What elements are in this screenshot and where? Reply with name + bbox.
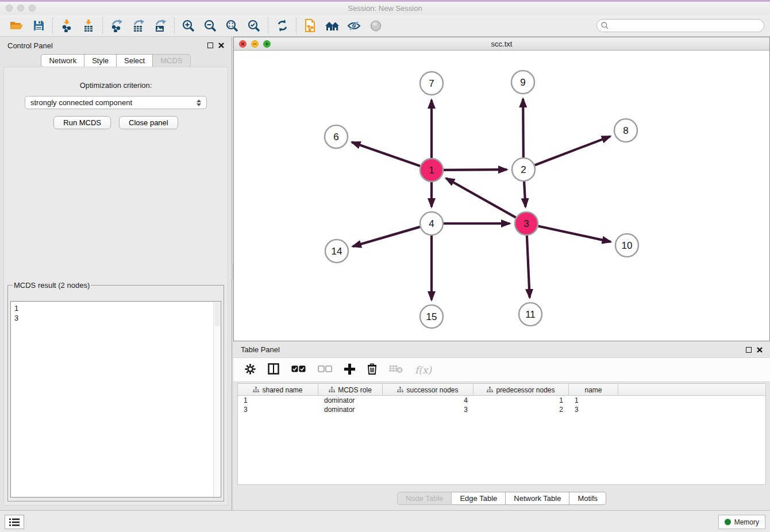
float-table-panel-icon[interactable] [746, 347, 752, 353]
tab-edge-table[interactable]: Edge Table [452, 492, 506, 505]
table-cell[interactable]: 1 [473, 396, 569, 404]
column-header-MCDS-role[interactable]: MCDS role [318, 384, 383, 396]
optimization-criterion-select[interactable]: strongly connected component [25, 96, 207, 109]
tab-node-table[interactable]: Node Table [397, 492, 452, 505]
table-cell[interactable]: dominator [318, 396, 383, 404]
zoom-selected-button[interactable] [243, 17, 265, 35]
column-header-label: successor nodes [406, 386, 458, 394]
network-graph[interactable]: 7968124314101511 [234, 51, 769, 341]
delete-table-button[interactable] [389, 364, 403, 375]
result-scrollbar[interactable] [213, 302, 221, 497]
presentation-mode-button[interactable] [365, 17, 387, 35]
graph-edge-1-6[interactable] [352, 142, 420, 167]
table-body: 1dominator4113dominator323 [238, 396, 765, 414]
network-frame-titlebar[interactable]: scc.txt [234, 37, 769, 51]
tab-network-table[interactable]: Network Table [506, 492, 569, 505]
graph-edge-3-1[interactable] [446, 178, 515, 217]
home-button[interactable] [321, 17, 343, 35]
table-cell[interactable]: 1 [569, 396, 618, 404]
network-canvas[interactable]: 7968124314101511 [234, 51, 769, 341]
tab-select[interactable]: Select [117, 54, 153, 67]
create-network-view-button[interactable] [299, 17, 321, 35]
hide-panels-button[interactable] [343, 17, 365, 35]
column-header-shared-name[interactable]: shared name [238, 384, 318, 396]
window-controls [6, 5, 36, 11]
network-maximize-button[interactable] [263, 40, 271, 48]
memory-button[interactable]: Memory [718, 515, 765, 529]
zoom-out-button[interactable] [199, 17, 221, 35]
table-row[interactable]: 3dominator323 [238, 405, 765, 414]
close-panel-button[interactable]: Close panel [119, 116, 178, 129]
table-tabs: Node TableEdge TableNetwork TableMotifs [233, 492, 770, 505]
graph-edge-2-9[interactable] [523, 99, 523, 157]
search-icon [601, 22, 609, 29]
close-table-panel-icon[interactable] [757, 347, 763, 353]
unselect-all-columns-button[interactable] [318, 365, 332, 374]
control-panel-tabs: NetworkStyleSelectMCDS [0, 54, 232, 67]
graph-node-label: 2 [521, 164, 526, 175]
import-table-icon [83, 20, 94, 32]
graph-node-label: 1 [429, 165, 434, 176]
table-cell[interactable]: 1 [238, 396, 318, 404]
export-network-button[interactable] [106, 17, 128, 35]
minimize-window-button[interactable] [17, 5, 24, 11]
table-row[interactable]: 1dominator411 [238, 396, 765, 405]
column-header-name[interactable]: name [569, 384, 618, 396]
table-cell[interactable]: 4 [383, 396, 473, 404]
select-all-columns-button[interactable] [291, 365, 306, 374]
network-minimize-button[interactable] [251, 40, 259, 48]
mcds-result-list[interactable]: 13 [10, 301, 221, 498]
result-scrollbar-thumb[interactable] [214, 302, 220, 326]
column-header-label: shared name [262, 386, 302, 394]
table-cell[interactable]: 3 [383, 406, 473, 414]
close-panel-icon[interactable] [218, 43, 224, 48]
refresh-view-button[interactable] [271, 17, 293, 35]
table-cell[interactable]: 3 [569, 406, 618, 414]
graph-edge-4-14[interactable] [353, 227, 420, 246]
import-network-button[interactable] [56, 17, 78, 35]
graph-edge-1-2[interactable] [444, 169, 507, 170]
mcds-result-line: 3 [14, 313, 217, 323]
search-input[interactable] [611, 22, 760, 30]
close-window-button[interactable] [6, 5, 13, 11]
save-session-button[interactable] [28, 17, 49, 35]
table-panel-header: Table Panel [233, 342, 770, 357]
tab-style[interactable]: Style [84, 54, 117, 67]
run-mcds-button[interactable]: Run MCDS [53, 116, 111, 129]
task-history-button[interactable] [5, 515, 24, 529]
table-cell[interactable]: dominator [318, 406, 383, 414]
graph-node-label: 6 [333, 132, 338, 142]
table-cell[interactable]: 2 [473, 406, 569, 414]
open-session-button[interactable] [6, 17, 28, 35]
zoom-window-button[interactable] [29, 5, 36, 11]
zoom-in-button[interactable] [178, 17, 199, 35]
graph-edge-3-10[interactable] [538, 226, 611, 241]
tab-mcds[interactable]: MCDS [153, 54, 190, 67]
graph-edge-3-11[interactable] [527, 236, 530, 298]
column-header-predecessor-nodes[interactable]: predecessor nodes [473, 384, 569, 396]
graph-edge-2-3[interactable] [524, 182, 525, 207]
status-bar: Memory [0, 510, 770, 532]
float-panel-icon[interactable] [207, 43, 213, 48]
add-column-button[interactable] [344, 364, 355, 376]
export-table-button[interactable] [128, 17, 149, 35]
table-options-button[interactable] [245, 364, 256, 376]
tab-network[interactable]: Network [41, 54, 84, 67]
import-table-button[interactable] [78, 17, 99, 35]
network-close-button[interactable] [239, 40, 247, 48]
table-panel: Table Panel f(x) sh [233, 342, 770, 510]
table-cell[interactable]: 3 [238, 406, 318, 414]
export-image-button[interactable] [149, 17, 171, 35]
memory-status-icon [725, 519, 731, 525]
zoom-fit-button[interactable] [221, 17, 243, 35]
main-toolbar [0, 15, 770, 37]
column-header-successor-nodes[interactable]: successor nodes [383, 384, 473, 396]
column-header-label: name [584, 386, 602, 394]
graph-edge-2-8[interactable] [535, 136, 610, 165]
apply-function-button[interactable]: f(x) [415, 364, 432, 376]
tab-motifs[interactable]: Motifs [569, 492, 606, 505]
main-area: Control Panel NetworkStyleSelectMCDS Opt… [0, 37, 770, 510]
delete-column-button[interactable] [367, 363, 377, 376]
show-columns-button[interactable] [268, 363, 279, 376]
graph-node-label: 14 [332, 246, 342, 257]
